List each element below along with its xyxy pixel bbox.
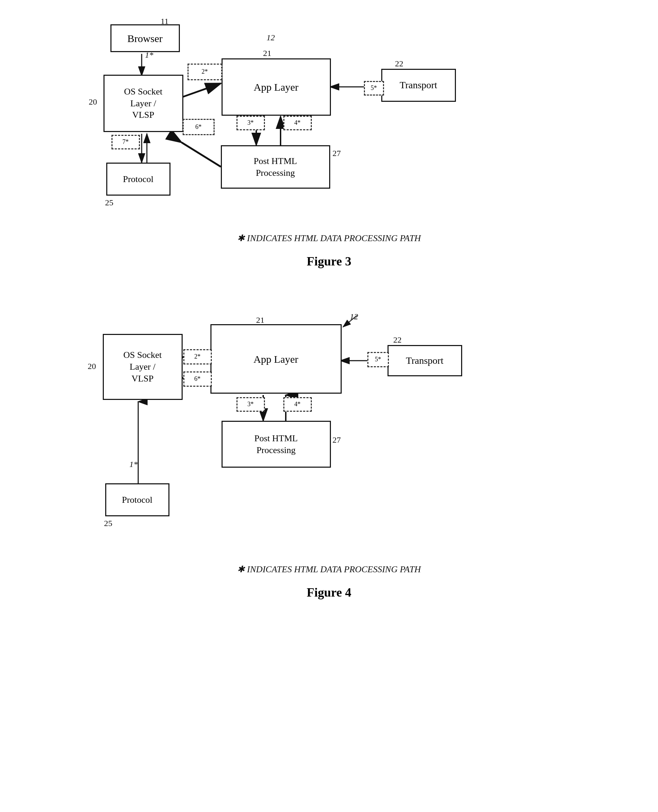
- figure-4-note: ✱ INDICATES HTML DATA PROCESSING PATH: [28, 564, 630, 575]
- page: Browser OS SocketLayer /VLSP App Layer T…: [0, 0, 658, 812]
- protocol-box-1: Protocol: [106, 163, 171, 196]
- ref-21b: 21: [256, 316, 265, 325]
- os-socket-box-2: OS SocketLayer /VLSP: [103, 334, 183, 400]
- svg-line-6: [182, 83, 221, 97]
- os-socket-box-1: OS SocketLayer /VLSP: [103, 75, 183, 132]
- protocol-box-2: Protocol: [105, 483, 169, 516]
- post-html-box-1: Post HTMLProcessing: [221, 145, 330, 188]
- ref-22b: 22: [393, 335, 402, 345]
- dashed-5a: 5*: [364, 81, 384, 96]
- figure-3-note: ✱ INDICATES HTML DATA PROCESSING PATH: [28, 233, 630, 243]
- figure-4-section: OS SocketLayer /VLSP App Layer Transport…: [28, 310, 630, 600]
- ref-27b: 27: [333, 435, 341, 445]
- ref-1star-a: 1*: [145, 50, 154, 60]
- dashed-4a: 4*: [284, 116, 312, 130]
- dashed-5b: 5*: [367, 352, 389, 367]
- app-layer-box-2: App Layer: [210, 324, 342, 394]
- ref-12a: 12: [267, 33, 275, 42]
- dashed-2a: 2*: [188, 64, 222, 80]
- post-html-box-2: Post HTMLProcessing: [221, 421, 331, 468]
- ref-25b: 25: [104, 519, 113, 528]
- ref-12b: 12: [350, 312, 358, 321]
- ref-21a: 21: [263, 49, 271, 58]
- app-layer-box-1: App Layer: [221, 58, 331, 116]
- transport-box-2: Transport: [387, 345, 462, 376]
- figure-3-section: Browser OS SocketLayer /VLSP App Layer T…: [28, 14, 630, 269]
- browser-box: Browser: [110, 24, 180, 52]
- ref-1star-b: 1*: [130, 460, 138, 469]
- transport-box-1: Transport: [381, 69, 456, 102]
- ref-20a: 20: [89, 97, 97, 107]
- dashed-2b: 2*: [183, 349, 212, 364]
- ref-25a: 25: [105, 198, 114, 207]
- dashed-4b: 4*: [284, 397, 312, 412]
- ref-27a: 27: [333, 149, 341, 158]
- dashed-6b: 6*: [183, 371, 212, 387]
- ref-22a: 22: [395, 59, 404, 68]
- svg-line-10: [182, 143, 221, 167]
- figure-3-title: Figure 3: [28, 254, 630, 269]
- figure-3-diagram: Browser OS SocketLayer /VLSP App Layer T…: [86, 14, 572, 229]
- dashed-3a: 3*: [237, 116, 265, 130]
- dashed-7a: 7*: [111, 135, 140, 149]
- dashed-6a: 6*: [183, 119, 215, 135]
- ref-20b: 20: [88, 362, 96, 371]
- figure-4-diagram: OS SocketLayer /VLSP App Layer Transport…: [86, 310, 572, 561]
- figure-4-title: Figure 4: [28, 585, 630, 600]
- ref-11: 11: [161, 17, 169, 26]
- dashed-3b: 3*: [237, 397, 265, 412]
